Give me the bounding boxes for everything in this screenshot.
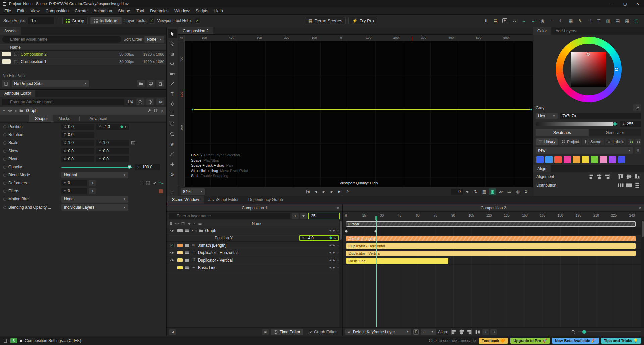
hex-value-field[interactable]: 7a7a7a <box>560 113 641 119</box>
frame-counter-field[interactable]: 0 <box>451 189 463 195</box>
nudge-left-icon[interactable]: ◀ <box>329 266 331 269</box>
value-field[interactable]: X1.0 <box>61 140 94 146</box>
export-arrow-button[interactable]: → <box>520 17 528 25</box>
add-swatch-grid-button[interactable] <box>628 139 634 145</box>
value-field[interactable]: Y0.0 <box>96 156 129 162</box>
display-button[interactable]: ▭ <box>505 188 513 195</box>
hue-selector-dot[interactable] <box>615 68 618 71</box>
status-message[interactable]: Composition Settings... (Ctrl+K) <box>25 338 81 343</box>
nudge-right-icon[interactable]: ▶ <box>333 244 335 247</box>
nudge-right-icon[interactable]: ▶ <box>333 251 335 254</box>
maximize-button[interactable]: ▢ <box>619 0 631 7</box>
nudge-left-icon[interactable]: ◀ <box>329 244 331 247</box>
dots-grid-button[interactable]: ⠿ <box>482 17 490 25</box>
tool-select[interactable] <box>168 29 177 38</box>
layer-row[interactable]: ⠿Duplicator - Vertical◀▶○ <box>167 256 342 264</box>
previous-frame-button[interactable]: ◀ <box>312 188 320 195</box>
nudge-right-icon[interactable]: ▶ <box>333 266 335 269</box>
crescent-button[interactable]: ☾ <box>557 17 566 25</box>
opacity-slider[interactable] <box>61 164 132 170</box>
source-scene-button[interactable]: Scene <box>582 138 604 145</box>
log-icon[interactable] <box>3 338 8 343</box>
expand-chevron-icon[interactable]: ▼ <box>191 229 194 232</box>
viewport-canvas[interactable]: Hold SDirect Layer SelectionSpacePlay/St… <box>185 41 533 187</box>
panel-layout-button[interactable]: ▤ <box>491 17 500 25</box>
circles-pair-button[interactable]: ◉ <box>538 17 547 25</box>
visibility-icon[interactable] <box>8 108 12 113</box>
eyedropper-button[interactable] <box>633 104 641 111</box>
nudge-left-icon[interactable]: ◀ <box>329 258 331 262</box>
tool-spark[interactable] <box>168 160 177 169</box>
circle-icon[interactable]: ○ <box>15 109 17 113</box>
keyframe-arrow-icon[interactable]: ▸ <box>125 125 127 128</box>
collapse-button[interactable]: ◀ <box>169 329 176 335</box>
minimize-button[interactable]: ─ <box>606 0 619 7</box>
layer-tools-checkbox[interactable]: ✓ <box>149 18 155 24</box>
visibility-cell[interactable]: ✓ <box>169 243 176 247</box>
layer-row[interactable]: ✓⊞Jsmath [Length]◀▶○ <box>167 242 342 249</box>
menu-scripts[interactable]: Scripts <box>193 9 211 13</box>
menu-create[interactable]: Create <box>72 9 91 13</box>
layer-duration-bar[interactable]: Duplicator - Vertical <box>346 251 636 256</box>
tab-javascript-editor[interactable]: JavaScript Editor <box>204 196 244 204</box>
snapshot-button[interactable]: ◎ <box>514 188 522 195</box>
property-enable-dot[interactable] <box>3 174 6 177</box>
render-view-button[interactable]: ▣ <box>489 188 496 195</box>
color-swatch[interactable] <box>564 156 571 163</box>
keyframe-align-left-button[interactable] <box>450 329 457 335</box>
state-circle-icon[interactable]: ○ <box>337 229 339 232</box>
display-toggle-button[interactable]: ▢ <box>632 17 641 25</box>
close-icon[interactable]: × <box>639 205 641 210</box>
timeline-zoom-slider[interactable] <box>578 331 641 332</box>
keyframe-filter-select[interactable]: -▼ <box>421 329 436 335</box>
circle-icon[interactable]: ○ <box>195 229 197 232</box>
layer-duration-bar[interactable]: Duplicator - Horizontal <box>346 243 636 249</box>
curvebox-icon[interactable] <box>146 181 150 185</box>
source-library-button[interactable]: Library <box>536 138 558 145</box>
keyframed-value-field[interactable]: Y-4.0▸ <box>299 235 339 241</box>
distribute-dist-v-button[interactable] <box>634 182 641 188</box>
wave-icon[interactable] <box>158 181 163 185</box>
layer-duration-bar[interactable]: Basic Line <box>346 258 448 264</box>
source-labels-button[interactable]: Labels <box>605 138 627 145</box>
try-pro-button[interactable]: ⚡ Try Pro <box>348 17 377 24</box>
split-view-icon[interactable] <box>154 108 159 113</box>
color-wheel[interactable] <box>533 35 644 104</box>
color-swatch[interactable] <box>591 156 598 163</box>
drag-handle-icon[interactable]: ⠿ <box>635 147 641 154</box>
status-button[interactable]: New Beta Available 🎉 <box>552 338 599 344</box>
color-swatch[interactable] <box>600 156 607 163</box>
timeline-track-row[interactable]: Basic Line <box>343 257 641 265</box>
value-field[interactable]: Y-4.0▸ <box>96 124 129 130</box>
timeline-ruler[interactable]: 0153045607590105120135150165180195210225… <box>343 212 644 220</box>
pin-icon[interactable] <box>147 108 152 113</box>
add-button[interactable]: + <box>89 180 96 186</box>
timeline-zoom-handle[interactable] <box>582 330 586 334</box>
count-field[interactable]: ≡0 <box>61 188 87 194</box>
asset-row[interactable]: Composition 230.00fps1920 x 1080 <box>0 51 166 58</box>
tool-text[interactable]: T <box>168 89 177 98</box>
filter-button[interactable] <box>300 213 307 219</box>
more-tools-button[interactable]: » <box>171 190 173 195</box>
close-icon[interactable]: × <box>161 108 164 113</box>
loop-button[interactable]: ↻ <box>344 188 352 195</box>
keyframe-snap-button[interactable]: ⊣ <box>490 329 497 335</box>
group-button[interactable]: Group <box>62 17 88 24</box>
value-field[interactable]: Y1.0 <box>96 140 129 146</box>
state-circle-icon[interactable]: ○ <box>337 258 339 262</box>
keyframe-arrow-icon[interactable]: ▸ <box>334 236 336 240</box>
chevron-down-icon[interactable]: ▼ <box>3 109 5 112</box>
visibility-cell[interactable] <box>169 250 176 255</box>
property-enable-dot[interactable] <box>3 166 6 169</box>
visibility-column-icon[interactable] <box>175 222 179 226</box>
add-button[interactable]: + <box>89 188 96 194</box>
lock-column-icon[interactable] <box>169 222 173 226</box>
color-swatch[interactable] <box>573 156 580 163</box>
graph-line-shape[interactable] <box>192 109 531 110</box>
color-swatch[interactable] <box>618 156 625 163</box>
attr-tab-advanced[interactable]: Advanced <box>83 115 113 122</box>
layer-scrollbar[interactable] <box>339 220 342 327</box>
nudge-right-icon[interactable]: ▶ <box>333 258 335 262</box>
tab-attribute-editor[interactable]: Attribute Editor <box>0 90 35 97</box>
timeline-body[interactable]: 0153045607590105120135150165180195210225… <box>343 212 644 327</box>
